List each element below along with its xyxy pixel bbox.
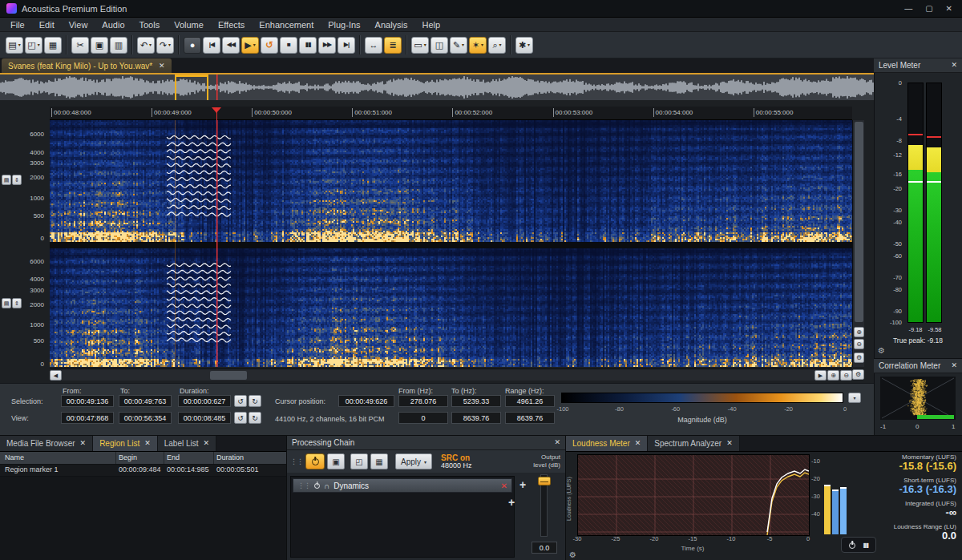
selection-redo-button[interactable]: ↻ xyxy=(249,395,261,407)
pause-button[interactable]: ▮▮ ▾ xyxy=(299,37,317,54)
selection-to-field[interactable]: 00:00:49:763 xyxy=(119,395,172,407)
chain-open-button[interactable]: ◰ xyxy=(350,453,368,469)
waveform-overview[interactable] xyxy=(0,75,874,100)
vertical-scrollbar-thumb[interactable] xyxy=(855,122,863,322)
output-level-slider[interactable] xyxy=(540,474,548,537)
loop-playback-button[interactable]: ↺ ▾ xyxy=(261,37,278,54)
headphones-icon[interactable]: ∩ xyxy=(324,481,329,490)
loudness-wrench-icon[interactable]: ⚙ xyxy=(569,550,576,559)
cursor-position-field[interactable]: 00:00:49:626 xyxy=(338,395,394,407)
zoom-tool-button[interactable]: ⌕ ▾ xyxy=(488,37,506,54)
dock-tab-close-icon[interactable]: ✕ xyxy=(635,440,641,447)
document-tab[interactable]: Svanes (feat King Milo) - Up to You.wav*… xyxy=(2,58,172,73)
view-from-field[interactable]: 00:00:47:868 xyxy=(61,412,114,424)
selection-undo-button[interactable]: ↺ xyxy=(234,395,247,407)
horizontal-scrollbar-thumb[interactable] xyxy=(210,371,247,380)
effect-grip-icon[interactable]: ⋮⋮ xyxy=(297,481,310,489)
channel-options-button[interactable]: ▤ xyxy=(2,298,11,308)
region-list-row[interactable]: Region marker 1 00:00:09:484 00:00:14:98… xyxy=(0,465,286,477)
dock-tab-close-icon[interactable]: ✕ xyxy=(204,440,210,447)
play-button[interactable]: ▶ ▾ xyxy=(241,37,259,54)
menu-item[interactable]: Audio xyxy=(95,18,131,31)
selection-duration-field[interactable]: 00:00:00:627 xyxy=(178,395,231,407)
close-button[interactable]: ✕ xyxy=(946,5,952,13)
hz-view-range-field[interactable]: 8639.76 xyxy=(505,412,555,424)
draw-tool-button[interactable]: ✎ ▾ xyxy=(450,37,467,54)
tab-region-list[interactable]: Region List ✕ xyxy=(93,436,158,451)
column-header-end[interactable]: End xyxy=(167,453,180,461)
spectrogram-view[interactable] xyxy=(50,120,852,367)
scroll-left-button[interactable]: ◀ xyxy=(50,370,62,381)
time-selection-tool-button[interactable]: ▭ ▾ xyxy=(411,37,429,54)
menu-item[interactable]: View xyxy=(62,18,95,31)
effect-power-icon[interactable] xyxy=(314,481,320,490)
channel-resize-handle[interactable]: ⇕ xyxy=(12,175,22,185)
undo-button[interactable]: ↶ ▾ xyxy=(137,37,155,54)
save-file-button[interactable]: ▦ ▾ xyxy=(44,37,62,54)
view-to-field[interactable]: 00:00:56:354 xyxy=(119,412,172,424)
column-header-duration[interactable]: Duration xyxy=(216,453,244,461)
menu-item[interactable]: Enhancement xyxy=(252,18,321,31)
output-level-value[interactable]: 0.0 xyxy=(532,542,557,554)
retouch-tool-button[interactable]: ✱ ▾ xyxy=(515,37,533,54)
effect-remove-icon[interactable]: ✕ xyxy=(501,481,507,490)
view-settings-wrench-icon[interactable]: ⚙ xyxy=(852,369,864,380)
zoom-in-horizontal-button[interactable]: ⊕ xyxy=(827,370,839,381)
hz-selection-range-field[interactable]: 4961.26 xyxy=(505,395,555,407)
hz-view-to-field[interactable]: 8639.76 xyxy=(451,412,501,424)
output-level-slider-handle[interactable] xyxy=(538,477,551,485)
selection-from-field[interactable]: 00:00:49:136 xyxy=(61,395,114,407)
go-to-end-button[interactable]: ▶| ▾ xyxy=(338,37,355,54)
add-effect-below-button[interactable]: + xyxy=(508,497,515,508)
channel-options-button[interactable]: ▤ xyxy=(2,175,11,185)
redo-button[interactable]: ↷ ▾ xyxy=(156,37,174,54)
zoom-in-vertical-button[interactable]: ⊕ xyxy=(854,327,864,337)
magic-wand-tool-button[interactable]: ✶ ▾ xyxy=(469,37,487,54)
menu-item[interactable]: Help xyxy=(415,18,448,31)
tab-loudness-meter[interactable]: Loudness Meter ✕ xyxy=(566,436,648,451)
column-header-begin[interactable]: Begin xyxy=(119,453,137,461)
chain-save-button[interactable]: ▦ xyxy=(370,453,388,469)
loudness-pause-button[interactable]: ▮▮ xyxy=(863,542,868,549)
level-meter-wrench-icon[interactable]: ⚙ xyxy=(878,346,885,355)
view-undo-button[interactable]: ↺ xyxy=(234,412,247,424)
level-meter-close-icon[interactable]: ✕ xyxy=(951,62,957,69)
hz-view-from-field[interactable]: 0 xyxy=(398,412,448,424)
minimize-button[interactable]: — xyxy=(904,5,912,13)
open-file-button[interactable]: ◰ ▾ xyxy=(25,37,42,54)
cut-button[interactable]: ✂ ▾ xyxy=(71,37,89,54)
new-file-button[interactable]: ▤ ▾ xyxy=(6,37,23,54)
go-to-start-button[interactable]: |◀ ▾ xyxy=(203,37,220,54)
menu-item[interactable]: Effects xyxy=(211,18,252,31)
tab-label-list[interactable]: Label List ✕ xyxy=(158,436,216,451)
chain-copy-button[interactable]: ▣ xyxy=(327,453,345,469)
rectangle-selection-tool-button[interactable]: ◫ ▾ xyxy=(430,37,448,54)
view-redo-button[interactable]: ↻ xyxy=(249,412,261,424)
fast-forward-button[interactable]: ▶▶ ▾ xyxy=(318,37,336,54)
colormap-dropdown-button[interactable]: ▾ xyxy=(848,393,861,403)
apply-button[interactable]: Apply ▾ xyxy=(395,453,432,469)
record-button[interactable]: ● ▾ xyxy=(184,37,201,54)
document-tab-close-icon[interactable]: ✕ xyxy=(159,62,165,70)
spectrogram-settings-wrench-icon[interactable]: ⚙ xyxy=(854,353,864,363)
dock-tab-close-icon[interactable]: ✕ xyxy=(80,440,87,447)
stop-button[interactable]: ■ ▾ xyxy=(280,37,297,54)
maximize-button[interactable]: ▢ xyxy=(925,5,932,13)
hz-selection-to-field[interactable]: 5239.33 xyxy=(451,395,501,407)
loudness-reset-button[interactable] xyxy=(849,538,855,552)
channel-resize-handle[interactable]: ⇕ xyxy=(12,298,22,308)
timeline-ruler[interactable]: 00:00:48:00000:00:49:00000:00:50:00000:0… xyxy=(50,107,852,120)
hz-selection-from-field[interactable]: 278.076 xyxy=(398,395,448,407)
vertical-scrollbar[interactable]: ⊕ ⊖ ⚙ xyxy=(852,120,864,367)
menu-item[interactable]: Tools xyxy=(132,18,168,31)
tab-media-file-browser[interactable]: Media File Browser ✕ xyxy=(0,436,93,451)
zoom-out-vertical-button[interactable]: ⊖ xyxy=(854,339,864,349)
dock-tab-close-icon[interactable]: ✕ xyxy=(144,440,151,447)
add-effect-button[interactable]: + xyxy=(519,479,526,490)
effect-row[interactable]: ⋮⋮ ∩ Dynamics ✕ xyxy=(293,478,512,493)
zoom-out-horizontal-button[interactable]: ⊖ xyxy=(840,370,852,381)
menu-item[interactable]: Analysis xyxy=(368,18,415,31)
menu-item[interactable]: Edit xyxy=(32,18,62,31)
tab-spectrum-analyzer[interactable]: Spectrum Analyzer ✕ xyxy=(648,436,739,451)
paste-button[interactable]: ▥ ▾ xyxy=(110,37,127,54)
